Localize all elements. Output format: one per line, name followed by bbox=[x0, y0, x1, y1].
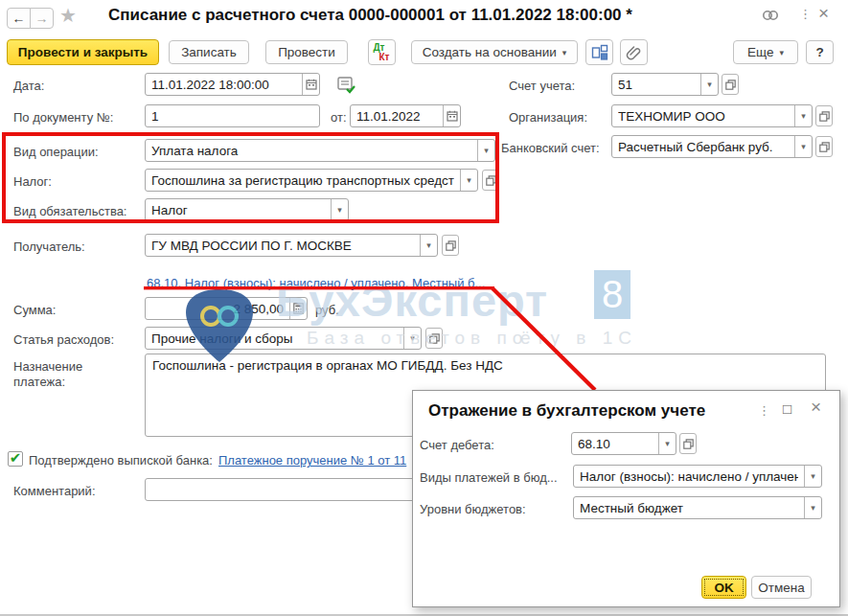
combo-arrow-icon[interactable]: ▾ bbox=[804, 497, 821, 518]
dialog-close-icon[interactable]: × bbox=[811, 397, 821, 418]
combo-arrow-icon[interactable]: ▾ bbox=[804, 466, 821, 487]
combo-arrow-icon[interactable]: ▾ bbox=[794, 136, 812, 157]
comment-label: Комментарий: bbox=[13, 484, 96, 498]
document-structure-button[interactable] bbox=[585, 39, 613, 65]
accounting-reflection-dialog: Отражение в бухгалтерском учете ⋮ □ × Сч… bbox=[412, 390, 840, 607]
more-button[interactable]: Еще▾ bbox=[733, 40, 798, 64]
combo-arrow-icon[interactable]: ▾ bbox=[700, 74, 718, 95]
combo-arrow-icon[interactable]: ▾ bbox=[403, 328, 421, 349]
window-kebab-icon[interactable]: ⋮ bbox=[799, 7, 812, 21]
bank-account-select[interactable]: Расчетный Сбербанк руб. ▾ bbox=[611, 135, 813, 158]
show-postings-button[interactable]: ДтКт bbox=[368, 39, 396, 65]
combo-arrow-icon[interactable]: ▾ bbox=[794, 105, 812, 126]
nav-back-button[interactable]: ← bbox=[7, 8, 31, 29]
combo-arrow-icon[interactable]: ▾ bbox=[420, 235, 437, 256]
amount-label: Сумма: bbox=[13, 303, 56, 317]
bank-confirmed-checkbox[interactable]: ✔ bbox=[8, 451, 23, 467]
date-label: Дата: bbox=[13, 79, 44, 93]
open-form-icon bbox=[725, 80, 736, 90]
help-button[interactable]: ? bbox=[806, 40, 834, 64]
payment-kinds-label: Виды платежей в бюд... bbox=[420, 470, 558, 485]
accounting-reflection-link[interactable]: 68.10, Налог (взносы): начислено / уплач… bbox=[147, 276, 485, 290]
debit-account-label: Счет дебета: bbox=[420, 438, 494, 452]
organization-open-button[interactable] bbox=[815, 105, 833, 126]
open-form-icon bbox=[446, 240, 456, 251]
calendar-icon[interactable] bbox=[443, 105, 460, 126]
expense-item-select[interactable]: Прочие налоги и сборы ▾ bbox=[145, 327, 422, 350]
operation-kind-label: Вид операции: bbox=[13, 145, 99, 159]
attachments-button[interactable] bbox=[620, 39, 648, 65]
debit-account-select[interactable]: 68.10 ▾ bbox=[571, 432, 676, 455]
date-input[interactable]: 11.01.2022 18:00:00 bbox=[145, 73, 320, 96]
save-button[interactable]: Записать bbox=[169, 40, 249, 64]
organization-label: Организация: bbox=[509, 110, 587, 125]
operation-kind-select[interactable]: Уплата налога ▾ bbox=[145, 139, 495, 162]
payment-order-link[interactable]: Платежное поручение № 1 от 11 bbox=[218, 453, 406, 468]
combo-arrow-icon[interactable]: ▾ bbox=[460, 170, 477, 191]
window-close-icon[interactable]: × bbox=[818, 3, 829, 24]
budget-levels-label: Уровни бюджетов: bbox=[420, 502, 526, 516]
calendar-icon[interactable] bbox=[302, 74, 319, 95]
chevron-down-icon: ▾ bbox=[779, 48, 784, 57]
check-icon: ✔ bbox=[10, 450, 22, 465]
organization-select[interactable]: ТЕХНОМИР ООО ▾ bbox=[611, 104, 813, 127]
tax-open-button[interactable] bbox=[482, 170, 499, 191]
recipient-open-button[interactable] bbox=[442, 235, 459, 256]
recipient-label: Получатель: bbox=[13, 240, 85, 254]
doc-from-label: от: bbox=[331, 110, 347, 125]
open-form-icon bbox=[486, 175, 496, 186]
obligation-kind-select[interactable]: Налог ▾ bbox=[145, 198, 349, 221]
dialog-cancel-button[interactable]: Отмена bbox=[751, 576, 812, 599]
structure-icon bbox=[591, 44, 608, 61]
ledger-account-select[interactable]: 51 ▾ bbox=[611, 73, 719, 96]
bank-account-open-button[interactable] bbox=[815, 136, 833, 157]
open-form-icon bbox=[429, 333, 440, 344]
expense-item-label: Статья расходов: bbox=[13, 332, 114, 347]
budget-levels-select[interactable]: Местный бюджет ▾ bbox=[573, 496, 822, 519]
open-form-icon bbox=[819, 111, 830, 122]
payment-kinds-select[interactable]: Налог (взносы): начислено / уплачено ▾ bbox=[573, 465, 822, 488]
favorite-star-icon[interactable]: ★ bbox=[59, 4, 77, 27]
document-window: ← → ★ Списание с расчетного счета 0000-0… bbox=[0, 0, 848, 616]
nav-forward-button[interactable]: → bbox=[30, 8, 54, 29]
ledger-account-label: Счет учета: bbox=[509, 79, 575, 93]
bank-account-label: Банковский счет: bbox=[501, 141, 600, 155]
amount-input[interactable]: 2 850,00 bbox=[145, 297, 308, 320]
combo-arrow-icon[interactable]: ▾ bbox=[658, 433, 676, 454]
tax-label: Налог: bbox=[13, 174, 52, 189]
dialog-kebab-icon[interactable]: ⋮ bbox=[758, 403, 770, 418]
create-based-on-button[interactable]: Создать на основании▾ bbox=[411, 40, 578, 64]
obligation-kind-label: Вид обязательства: bbox=[13, 204, 127, 218]
doc-date-input[interactable]: 11.01.2022 bbox=[350, 104, 461, 127]
paperclip-icon bbox=[626, 44, 643, 61]
dialog-ok-button[interactable]: OK bbox=[701, 576, 746, 599]
dialog-maximize-icon[interactable]: □ bbox=[783, 400, 791, 417]
recipient-select[interactable]: ГУ МВД РОССИИ ПО Г. МОСКВЕ ▾ bbox=[145, 234, 438, 257]
doc-number-input[interactable]: 1 bbox=[145, 104, 320, 127]
payment-purpose-label: Назначение bbox=[13, 359, 82, 374]
debit-account-open-button[interactable] bbox=[679, 433, 697, 454]
watermark-eight: 8 bbox=[594, 270, 630, 319]
watermark-tagline-right: ёту в 1С bbox=[520, 328, 637, 349]
combo-arrow-icon[interactable]: ▾ bbox=[331, 199, 348, 220]
doc-number-label: По документу №: bbox=[13, 110, 113, 125]
combo-arrow-icon[interactable]: ▾ bbox=[477, 140, 494, 161]
calculator-icon[interactable] bbox=[289, 298, 307, 319]
post-button[interactable]: Провести bbox=[265, 40, 348, 64]
ledger-account-open-button[interactable] bbox=[722, 74, 739, 95]
tax-select[interactable]: Госпошлина за регистрацию транспортных с… bbox=[145, 169, 478, 192]
expense-item-open-button[interactable] bbox=[425, 328, 443, 349]
currency-label: руб. bbox=[315, 303, 339, 317]
comment-input[interactable] bbox=[145, 478, 424, 501]
open-form-icon bbox=[683, 439, 694, 449]
post-and-close-button[interactable]: Провести и закрыть bbox=[7, 39, 159, 65]
dialog-title: Отражение в бухгалтерском учете bbox=[428, 401, 705, 421]
open-form-icon bbox=[819, 142, 830, 152]
chevron-down-icon: ▾ bbox=[562, 48, 567, 57]
back-icon: ← bbox=[12, 11, 26, 26]
set-current-date-icon[interactable] bbox=[337, 76, 356, 94]
get-link-icon[interactable] bbox=[761, 6, 780, 25]
bank-confirmed-label: Подтверждено выпиской банка: bbox=[29, 453, 213, 468]
dtkt-icon: ДтКт bbox=[373, 43, 390, 62]
payment-purpose-label2: платежа: bbox=[13, 375, 65, 389]
